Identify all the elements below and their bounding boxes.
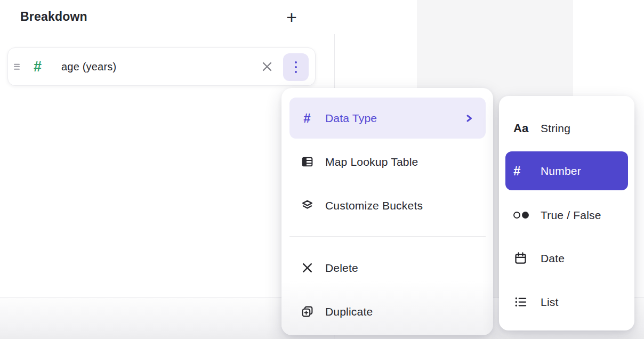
submenu-item-label: List [541, 296, 558, 309]
string-type-icon: Aa [513, 122, 532, 135]
list-icon [513, 295, 532, 309]
breakdown-field-card[interactable]: # age (years) [7, 47, 316, 86]
submenu-item-date[interactable]: Date [505, 239, 628, 278]
duplicate-icon [300, 305, 314, 318]
calendar-icon [513, 251, 532, 265]
menu-item-data-type[interactable]: # Data Type [289, 98, 486, 139]
menu-item-customize-buckets[interactable]: Customize Buckets [289, 185, 486, 226]
menu-item-label: Delete [325, 262, 358, 275]
boolean-type-icon [513, 212, 532, 219]
menu-item-label: Duplicate [325, 305, 373, 318]
menu-item-label: Customize Buckets [325, 199, 423, 212]
submenu-item-label: Number [541, 165, 581, 177]
plus-icon: + [286, 7, 297, 27]
app-canvas: Breakdown + # age (years) # Data Type [0, 0, 644, 339]
submenu-item-label: Date [541, 252, 565, 265]
add-breakdown-button[interactable]: + [280, 5, 303, 29]
submenu-item-label: True / False [541, 209, 601, 222]
remove-field-button[interactable] [259, 58, 276, 75]
submenu-item-string[interactable]: Aa String [505, 109, 628, 148]
menu-item-label: Map Lookup Table [325, 156, 418, 168]
breakdown-panel-header: Breakdown + [0, 0, 335, 34]
panel-title: Breakdown [20, 10, 87, 24]
hash-icon: # [300, 111, 314, 126]
field-label: age (years) [61, 61, 116, 73]
layers-icon [300, 199, 314, 212]
kebab-icon [295, 61, 297, 74]
drag-handle-icon[interactable] [13, 62, 21, 72]
submenu-item-number[interactable]: # Number [505, 151, 628, 190]
menu-item-map-lookup-table[interactable]: Map Lookup Table [289, 141, 486, 182]
data-type-submenu: Aa String # Number True / False Date [499, 96, 634, 330]
menu-item-label: Data Type [325, 112, 377, 125]
table-icon [300, 155, 314, 168]
submenu-item-label: String [541, 122, 570, 135]
submenu-item-list[interactable]: List [505, 282, 628, 321]
submenu-item-true-false[interactable]: True / False [505, 196, 628, 235]
close-icon [261, 61, 273, 72]
field-options-menu: # Data Type Map Lookup Table [281, 88, 493, 335]
chevron-right-icon [465, 114, 473, 123]
delete-x-icon [300, 262, 314, 274]
number-type-icon: # [513, 164, 532, 179]
menu-item-delete[interactable]: Delete [289, 247, 486, 288]
field-options-button[interactable] [283, 53, 309, 81]
number-type-field-icon: # [34, 59, 42, 75]
menu-divider [289, 236, 486, 237]
menu-item-duplicate[interactable]: Duplicate [289, 291, 486, 332]
